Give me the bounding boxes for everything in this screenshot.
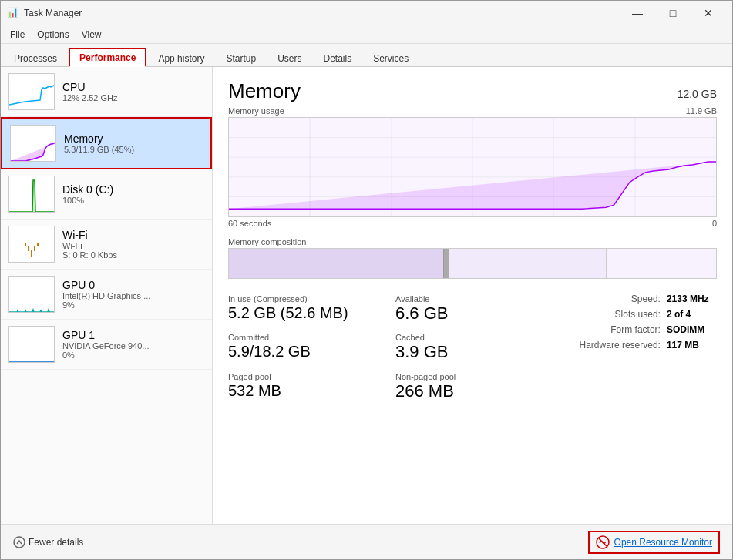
sidebar-item-wifi[interactable]: Wi-Fi Wi-Fi S: 0 R: 0 Kbps	[1, 220, 212, 270]
gpu1-detail2: 0%	[62, 350, 204, 360]
tab-startup[interactable]: Startup	[216, 49, 266, 67]
tab-details[interactable]: Details	[313, 49, 361, 67]
maximize-button[interactable]: □	[655, 1, 691, 25]
panel-title: Memory	[228, 79, 301, 103]
committed-label: Committed	[228, 333, 380, 342]
info-table: Speed: 2133 MHz Slots used: 2 of 4 Form …	[547, 291, 717, 404]
minimize-button[interactable]: —	[620, 1, 655, 25]
window-controls: — □ ✕	[620, 1, 726, 25]
time-right: 0	[712, 219, 717, 228]
memory-info: Memory 5.3/11.9 GB (45%)	[64, 132, 203, 154]
title-bar: 📊 Task Manager — □ ✕	[1, 1, 732, 25]
stat-in-use: In use (Compressed) 5.2 GB (52.6 MB)	[228, 291, 380, 327]
wifi-name: Wi-Fi	[62, 229, 204, 241]
speed-label: Speed:	[563, 291, 667, 307]
chart-label: Memory usage	[228, 106, 284, 116]
tab-processes[interactable]: Processes	[4, 49, 67, 67]
info-slots-row: Slots used: 2 of 4	[563, 307, 717, 322]
stat-available: Available 6.6 GB	[395, 291, 547, 327]
wifi-thumb	[8, 226, 55, 263]
gpu0-thumb	[8, 276, 55, 313]
disk-detail: 100%	[62, 196, 204, 205]
close-button[interactable]: ✕	[691, 1, 726, 25]
svg-rect-1	[28, 246, 29, 251]
tab-app-history[interactable]: App history	[148, 49, 214, 67]
available-label: Available	[395, 294, 547, 303]
stats-left: In use (Compressed) 5.2 GB (52.6 MB) Ava…	[228, 291, 547, 404]
stats-row3: Paged pool 532 MB Non-paged pool 266 MB	[228, 369, 547, 404]
comp-available	[607, 249, 716, 278]
slots-label: Slots used:	[563, 307, 667, 322]
memory-chart	[228, 117, 717, 217]
sidebar-item-gpu0[interactable]: GPU 0 Intel(R) HD Graphics ... 9%	[1, 270, 212, 320]
title-bar-left: 📊 Task Manager	[7, 7, 82, 19]
stat-nonpaged: Non-paged pool 266 MB	[395, 369, 547, 404]
info-reserved-row: Hardware reserved: 117 MB	[563, 337, 717, 353]
resource-monitor-box: Open Resource Monitor	[588, 531, 720, 554]
memory-detail: 5.3/11.9 GB (45%)	[64, 145, 203, 154]
menu-file[interactable]: File	[4, 28, 31, 42]
menu-options[interactable]: Options	[31, 28, 75, 42]
svg-rect-3	[25, 243, 26, 246]
gpu1-info: GPU 1 NVIDIA GeForce 940... 0%	[62, 329, 204, 360]
disk-info: Disk 0 (C:) 100%	[62, 183, 204, 205]
info-speed-row: Speed: 2133 MHz	[563, 291, 717, 307]
stat-cached: Cached 3.9 GB	[395, 330, 547, 365]
stats-info-row: In use (Compressed) 5.2 GB (52.6 MB) Ava…	[228, 291, 717, 404]
gpu1-name: GPU 1	[62, 329, 204, 341]
stat-paged: Paged pool 532 MB	[228, 369, 380, 404]
svg-rect-2	[34, 246, 35, 251]
stats-row1: In use (Compressed) 5.2 GB (52.6 MB) Ava…	[228, 291, 547, 327]
fewer-details-label: Fewer details	[29, 537, 83, 548]
paged-value: 532 MB	[228, 381, 380, 400]
panel-total: 12.0 GB	[678, 88, 717, 100]
paged-label: Paged pool	[228, 372, 380, 381]
composition-bar	[228, 248, 717, 279]
available-value: 6.6 GB	[395, 303, 547, 324]
reserved-value: 117 MB	[667, 337, 717, 353]
form-label: Form factor:	[563, 322, 667, 337]
cpu-detail: 12% 2.52 GHz	[62, 93, 204, 102]
time-left: 60 seconds	[228, 219, 271, 228]
memory-name: Memory	[64, 132, 203, 145]
time-labels: 60 seconds 0	[228, 219, 717, 228]
cached-value: 3.9 GB	[395, 342, 547, 362]
main-header: Memory 12.0 GB	[228, 79, 717, 103]
cpu-name: CPU	[62, 81, 204, 93]
cpu-info: CPU 12% 2.52 GHz	[62, 81, 204, 102]
cached-label: Cached	[395, 333, 547, 342]
sidebar-item-disk[interactable]: Disk 0 (C:) 100%	[1, 169, 212, 220]
menu-view[interactable]: View	[76, 28, 108, 42]
stat-committed: Committed 5.9/18.2 GB	[228, 330, 380, 365]
disk-thumb	[8, 176, 55, 213]
sidebar-item-cpu[interactable]: CPU 12% 2.52 GHz	[1, 67, 212, 117]
svg-rect-0	[31, 250, 32, 257]
gpu1-detail1: NVIDIA GeForce 940...	[62, 341, 204, 350]
slots-value: 2 of 4	[667, 307, 717, 322]
footer: Fewer details Open Resource Monitor	[1, 524, 732, 559]
fewer-details-button[interactable]: Fewer details	[13, 536, 83, 548]
tab-users[interactable]: Users	[267, 49, 311, 67]
comp-in-use	[229, 249, 444, 278]
speed-value: 2133 MHz	[667, 291, 717, 307]
svg-point-14	[14, 537, 25, 548]
app-icon: 📊	[7, 7, 19, 19]
main-panel: Memory 12.0 GB Memory usage 11.9 GB	[213, 67, 732, 524]
sidebar: CPU 12% 2.52 GHz Memory 5.3/11.9 GB (45%…	[1, 67, 213, 524]
gpu0-name: GPU 0	[62, 279, 204, 291]
tab-performance[interactable]: Performance	[69, 48, 146, 67]
menu-bar: File Options View	[1, 25, 732, 44]
sidebar-item-memory[interactable]: Memory 5.3/11.9 GB (45%)	[1, 117, 212, 169]
composition-label: Memory composition	[228, 237, 717, 246]
svg-rect-4	[37, 243, 39, 246]
gpu0-detail2: 9%	[62, 300, 204, 310]
gpu1-thumb	[8, 326, 55, 363]
stats-row2: Committed 5.9/18.2 GB Cached 3.9 GB	[228, 330, 547, 365]
resource-monitor-link[interactable]: Open Resource Monitor	[614, 537, 712, 548]
form-value: SODIMM	[667, 322, 717, 337]
sidebar-item-gpu1[interactable]: GPU 1 NVIDIA GeForce 940... 0%	[1, 320, 212, 370]
cpu-thumb	[8, 73, 55, 110]
disk-name: Disk 0 (C:)	[62, 183, 204, 196]
tab-services[interactable]: Services	[363, 49, 419, 67]
chart-label-row: Memory usage 11.9 GB	[228, 106, 717, 116]
